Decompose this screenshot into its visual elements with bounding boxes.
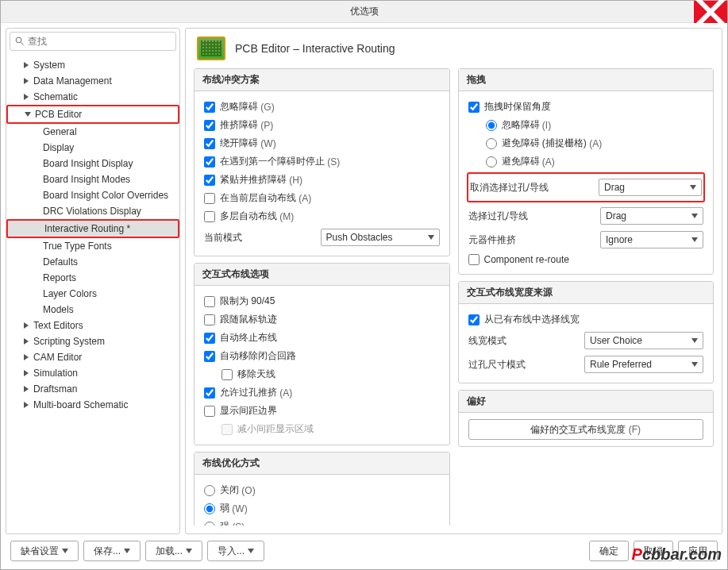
chk-reroute[interactable] <box>468 254 480 265</box>
opt-show-clearance[interactable]: 显示间距边界 <box>204 402 440 420</box>
chk-preserve[interactable] <box>468 102 480 113</box>
chk-auto-multi[interactable] <box>204 211 215 222</box>
tree-item-simulation[interactable]: Simulation <box>6 365 179 381</box>
chk-auto-cur[interactable] <box>204 193 215 204</box>
select-component-push[interactable]: Ignore <box>600 231 703 248</box>
opt-auto-multi[interactable]: 多层自动布线 (M) <box>204 207 440 225</box>
opt-drag-avoid-snap[interactable]: 避免障碍 (捕捉栅格) (A) <box>468 134 704 152</box>
tree-item-bi-color[interactable]: Board Insight Color Overrides <box>6 187 179 203</box>
group-drag: 拖拽 拖拽时保留角度 忽略障碍 (I) 避免障碍 (捕捉栅格) (A) 避免障碍… <box>458 68 715 275</box>
main-area: System Data Management Schematic PCB Edi… <box>6 28 722 534</box>
tree-item-general[interactable]: General <box>6 124 179 140</box>
pcb-chip-icon <box>197 37 225 60</box>
tree-item-pcb-editor[interactable]: PCB Editor <box>6 105 179 124</box>
row-via-mode: 过孔尺寸模式 Rule Preferred <box>468 352 704 376</box>
opt-auto-current[interactable]: 在当前层自动布线 (A) <box>204 189 440 207</box>
opt-gloss-weak[interactable]: 弱 (W) <box>204 499 440 518</box>
apply-button[interactable]: 应用 <box>678 541 718 561</box>
tree-item-models[interactable]: Models <box>6 302 179 318</box>
chk-stop[interactable] <box>204 156 215 168</box>
search-input[interactable] <box>28 36 171 47</box>
select-selected-via[interactable]: Drag <box>600 207 703 225</box>
opt-ignore-obstacles[interactable]: 忽略障碍 (G) <box>204 98 440 116</box>
cancel-button[interactable]: 取消 <box>634 541 673 561</box>
opt-auto-term[interactable]: 自动终止布线 <box>204 329 440 347</box>
tree-item-system[interactable]: System <box>6 57 179 73</box>
label-via-mode: 过孔尺寸模式 <box>468 358 579 372</box>
page-header: PCB Editor – Interactive Routing <box>186 29 722 68</box>
tree-item-defaults[interactable]: Defaults <box>6 254 179 270</box>
opt-follow[interactable]: 跟随鼠标轨迹 <box>204 310 440 329</box>
opt-walk-obstacles[interactable]: 绕开障碍 (W) <box>204 134 440 152</box>
chk-restrict[interactable] <box>204 296 215 307</box>
rad-drag-avoid[interactable] <box>486 156 497 168</box>
chk-ignore[interactable] <box>204 102 215 113</box>
rad-drag-ignore[interactable] <box>486 120 497 131</box>
opt-preserve-angle[interactable]: 拖拽时保留角度 <box>468 98 704 116</box>
opt-gloss-off[interactable]: 关闭 (O) <box>204 481 440 499</box>
select-unselected-via[interactable]: Drag <box>599 179 702 196</box>
opt-stop-first[interactable]: 在遇到第一个障碍时停止 (S) <box>204 152 440 171</box>
favorite-widths-button[interactable]: 偏好的交互式布线宽度 (F) <box>468 419 704 440</box>
opt-gloss-strong[interactable]: 强 (S) <box>204 518 440 526</box>
select-current-mode[interactable]: Push Obstacles <box>321 229 440 246</box>
tree-item-bi-display[interactable]: Board Insight Display <box>6 156 179 171</box>
tree-item-bi-modes[interactable]: Board Insight Modes <box>6 171 179 187</box>
chk-remove-ant[interactable] <box>221 369 233 380</box>
opt-restrict[interactable]: 限制为 90/45 <box>204 292 440 310</box>
chk-auto-term[interactable] <box>204 333 215 344</box>
load-button[interactable]: 加载... <box>145 541 202 561</box>
tree-item-ttf[interactable]: True Type Fonts <box>6 238 179 254</box>
tree-item-cam[interactable]: CAM Editor <box>6 349 179 365</box>
ok-button[interactable]: 确定 <box>589 541 629 561</box>
chk-pick[interactable] <box>468 314 480 325</box>
select-via-mode[interactable]: Rule Preferred <box>584 356 703 373</box>
opt-push-obstacles[interactable]: 推挤障碍 (P) <box>204 116 440 134</box>
opt-component-reroute[interactable]: Component re-route <box>468 252 704 268</box>
tree-item-interactive-routing[interactable]: Interactive Routing * <box>6 219 179 238</box>
titlebar: 优选项 <box>1 1 727 23</box>
rad-weak[interactable] <box>204 503 215 514</box>
tree-item-reports[interactable]: Reports <box>6 270 179 286</box>
opt-drag-ignore[interactable]: 忽略障碍 (I) <box>468 116 704 134</box>
chk-walk[interactable] <box>204 138 215 149</box>
chevron-down-icon <box>248 548 254 554</box>
tree-item-scripting[interactable]: Scripting System <box>6 333 179 349</box>
chevron-down-icon <box>124 548 130 554</box>
chk-push[interactable] <box>204 120 215 131</box>
tree-item-display[interactable]: Display <box>6 140 179 156</box>
label-selected-via: 选择过孔/导线 <box>468 210 595 223</box>
tree-item-multiboard[interactable]: Multi-board Schematic <box>6 397 179 413</box>
group-width-title: 交互式布线宽度来源 <box>459 282 714 304</box>
opt-allow-via[interactable]: 允许过孔推挤 (A) <box>204 383 440 402</box>
rad-off[interactable] <box>204 485 215 496</box>
rad-drag-avoid-snap[interactable] <box>486 138 497 149</box>
chk-auto-remove[interactable] <box>204 351 215 362</box>
window-title: 优选项 <box>350 5 379 18</box>
opt-auto-remove[interactable]: 自动移除闭合回路 <box>204 347 440 365</box>
tree-item-data-management[interactable]: Data Management <box>6 73 179 89</box>
tree-item-text-editors[interactable]: Text Editors <box>6 318 179 333</box>
chk-hug[interactable] <box>204 175 215 186</box>
tree-item-draftsman[interactable]: Draftsman <box>6 381 179 397</box>
chk-show-clear[interactable] <box>204 406 215 417</box>
tree-item-layer-colors[interactable]: Layer Colors <box>6 286 179 302</box>
chk-follow[interactable] <box>204 314 215 325</box>
tree-item-schematic[interactable]: Schematic <box>6 89 179 105</box>
row-current-mode: 当前模式 Push Obstacles <box>204 225 440 249</box>
import-button[interactable]: 导入... <box>207 541 264 561</box>
label-component-push: 元器件推挤 <box>468 233 595 247</box>
close-button[interactable] <box>694 1 727 23</box>
opt-drag-avoid[interactable]: 避免障碍 (A) <box>468 152 704 171</box>
opt-pick-existing[interactable]: 从已有布线中选择线宽 <box>468 310 704 329</box>
save-button[interactable]: 保存... <box>83 541 141 561</box>
rad-strong[interactable] <box>204 522 215 526</box>
set-defaults-button[interactable]: 缺省设置 <box>10 541 79 561</box>
tree-item-drc[interactable]: DRC Violations Display <box>6 203 179 219</box>
select-width-mode[interactable]: User Choice <box>584 332 703 349</box>
nav-tree[interactable]: System Data Management Schematic PCB Edi… <box>6 54 179 533</box>
opt-remove-antenna[interactable]: 移除天线 <box>204 365 440 383</box>
search-box[interactable] <box>10 32 176 51</box>
opt-hug-push[interactable]: 紧贴并推挤障碍 (H) <box>204 171 440 189</box>
chk-allow-via[interactable] <box>204 387 215 399</box>
